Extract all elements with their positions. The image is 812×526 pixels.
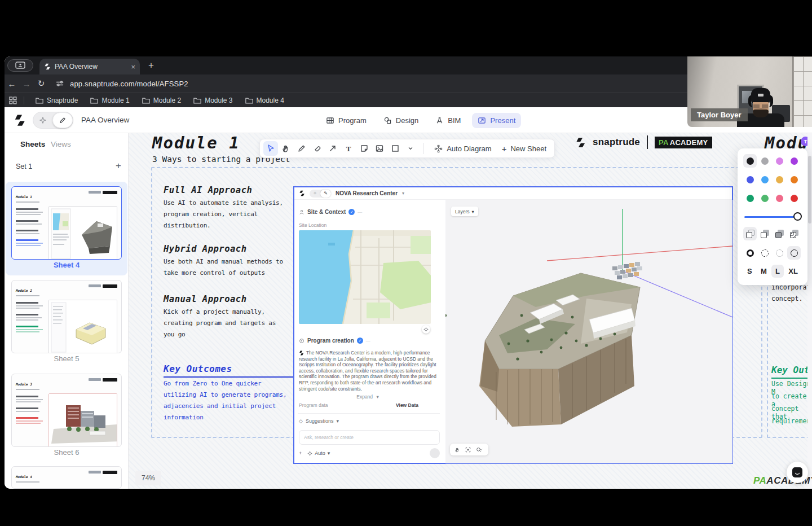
tab-views[interactable]: Views	[51, 140, 71, 148]
tab-close-icon[interactable]: ×	[131, 63, 135, 71]
stroke-width-slider[interactable]	[744, 212, 801, 221]
tool-pan[interactable]	[279, 141, 294, 156]
bookmark-module-3[interactable]: Module 3	[189, 95, 237, 106]
sheet-label-5[interactable]: Sheet 5	[5, 354, 129, 363]
chevron-down-icon: ▾	[402, 191, 404, 196]
tool-pencil[interactable]	[294, 141, 309, 156]
tab-overview-button[interactable]	[7, 59, 33, 72]
expand-button[interactable]: Expand ▾	[294, 394, 441, 400]
draw-pencil-toggle[interactable]	[52, 112, 73, 128]
stroke-style-button[interactable]	[773, 246, 786, 260]
tool-text[interactable]: T	[341, 141, 356, 156]
suggestions-toggle[interactable]: ◇ Suggestions ▾	[299, 418, 339, 424]
stroke-style-button[interactable]	[743, 246, 757, 260]
color-swatch[interactable]	[743, 191, 757, 205]
sticky-note-icon	[360, 144, 369, 153]
attach-plus-icon[interactable]: +	[299, 450, 302, 456]
color-swatch[interactable]	[773, 191, 786, 205]
tool-arrow[interactable]	[326, 141, 341, 156]
tool-select[interactable]	[263, 141, 278, 156]
layers-button[interactable]: Layers ▾	[451, 207, 478, 216]
sheet-label-4[interactable]: Sheet 4	[5, 261, 129, 269]
site-map[interactable]	[299, 230, 431, 324]
canvas-scrollbar[interactable]	[807, 133, 812, 489]
mode-bim[interactable]: BIM	[430, 113, 466, 128]
auto-mode-select[interactable]: Auto ▾	[307, 450, 330, 456]
tool-sticky-note[interactable]	[357, 141, 372, 156]
size-m[interactable]: M	[757, 265, 771, 278]
bookmark-module-2[interactable]: Module 2	[138, 95, 186, 106]
pan-hand-icon[interactable]	[454, 447, 460, 453]
brand-row: snaptrude PA ACADEMY	[575, 135, 712, 149]
embedded-screenshot[interactable]: ✧ ✎ NOVA Research Center ▾ Site & Contex…	[293, 186, 733, 464]
size-s[interactable]: S	[743, 265, 756, 278]
sheet-thumbnail-4[interactable]: Module 1	[11, 186, 122, 260]
chat-button[interactable]	[787, 462, 808, 483]
url-text[interactable]: app.snaptrude.com/model/AFSSP2	[70, 80, 188, 88]
mode-present[interactable]: Present	[472, 113, 521, 128]
mode-program[interactable]: Program	[320, 113, 372, 128]
fill-style-button[interactable]	[787, 227, 801, 240]
color-swatch[interactable]	[773, 173, 786, 186]
fill-style-button[interactable]	[773, 227, 786, 240]
color-swatch[interactable]	[743, 154, 757, 168]
add-set-button[interactable]: +	[116, 160, 121, 172]
size-l[interactable]: L	[771, 265, 784, 278]
fit-frame-icon[interactable]	[465, 447, 471, 453]
color-swatch[interactable]	[787, 191, 801, 205]
color-swatch[interactable]	[743, 173, 757, 186]
send-button[interactable]	[430, 448, 440, 458]
ai-prompt-input[interactable]: Ask, research or create	[299, 430, 440, 445]
ai-sparkle-toggle[interactable]	[33, 112, 52, 128]
back-icon[interactable]: ←	[5, 79, 19, 89]
plus-icon: +	[502, 144, 507, 154]
tool-image[interactable]	[372, 141, 387, 156]
apps-grid-icon[interactable]	[9, 97, 17, 104]
document-title[interactable]: PAA Overview	[81, 116, 129, 124]
sheet-thumbnail-7[interactable]: Module 4	[11, 466, 122, 489]
zoom-select-icon[interactable]	[476, 447, 484, 453]
browser-tab[interactable]: PAA Overview ×	[39, 59, 140, 74]
bookmark-module-1[interactable]: Module 1	[86, 95, 134, 106]
locate-button[interactable]	[422, 325, 430, 334]
color-swatch[interactable]	[773, 154, 786, 168]
scrollbar-thumb[interactable]	[808, 156, 811, 223]
tool-shape[interactable]	[388, 141, 403, 156]
mode-design[interactable]: Design	[378, 113, 424, 128]
whiteboard-canvas[interactable]: Module 1 3 Ways to starting a project Fu…	[129, 133, 812, 489]
sheet-thumbnail-5[interactable]: Module 2	[11, 280, 122, 353]
folder-icon	[36, 97, 43, 104]
tool-more[interactable]	[404, 141, 418, 156]
color-swatch[interactable]	[758, 173, 771, 186]
slider-knob[interactable]	[793, 212, 802, 221]
site-settings-icon[interactable]	[55, 79, 64, 88]
sheet-label-6[interactable]: Sheet 6	[5, 448, 129, 457]
stroke-style-button[interactable]	[758, 246, 771, 260]
rectangle-icon	[391, 144, 400, 153]
fill-style-button[interactable]	[743, 227, 757, 240]
new-sheet-button[interactable]: + New Sheet	[497, 144, 551, 154]
reload-icon[interactable]: ↻	[34, 78, 48, 89]
tool-eraser[interactable]	[310, 141, 325, 156]
sparkle-icon	[39, 116, 47, 124]
auto-diagram-button[interactable]: Auto Diagram	[430, 144, 496, 153]
view-data-button[interactable]: View Data	[396, 402, 418, 408]
tab-sheets[interactable]: Sheets	[20, 140, 45, 148]
sheet-thumbnail-6[interactable]: Module 3	[11, 374, 122, 447]
color-swatch[interactable]	[758, 154, 771, 168]
bookmark-module-4[interactable]: Module 4	[241, 95, 289, 106]
size-xl[interactable]: XL	[784, 265, 802, 278]
new-tab-button[interactable]: +	[144, 59, 158, 72]
color-swatch[interactable]	[787, 154, 801, 168]
set-label[interactable]: Set 1	[16, 163, 32, 170]
fill-style-button[interactable]	[758, 227, 771, 240]
sheet2-outcome-line: requirements	[771, 417, 812, 425]
3d-viewport[interactable]: Layers ▾	[445, 200, 732, 463]
zoom-level-badge[interactable]: 74%	[135, 471, 161, 485]
color-swatch[interactable]	[758, 191, 771, 205]
stroke-style-button[interactable]	[787, 246, 801, 260]
forward-icon[interactable]: →	[19, 79, 34, 89]
color-swatch[interactable]	[787, 173, 801, 186]
bookmark-snaptrude[interactable]: Snaptrude	[31, 95, 82, 106]
site-context-section: Site & Context ✓ —	[299, 209, 362, 215]
